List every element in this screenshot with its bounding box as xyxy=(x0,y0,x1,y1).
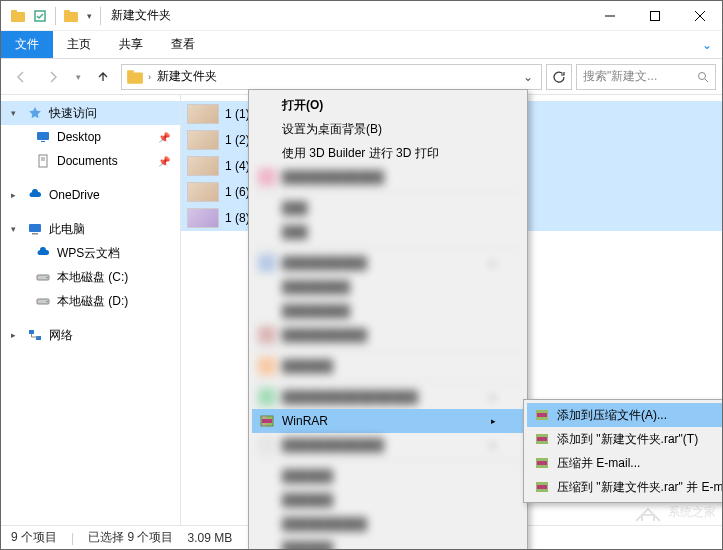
search-placeholder: 搜索"新建文... xyxy=(583,68,697,85)
menu-3d-builder[interactable]: 使用 3D Builder 进行 3D 打印 xyxy=(252,141,524,165)
sidebar-item-local-disk-c[interactable]: 本地磁盘 (C:) xyxy=(1,265,180,289)
chevron-down-icon[interactable]: ▾ xyxy=(11,108,21,118)
qat-dropdown-icon[interactable]: ▾ xyxy=(82,5,96,27)
address-dropdown-icon[interactable]: ⌄ xyxy=(519,70,537,84)
tab-view[interactable]: 查看 xyxy=(157,31,209,58)
menu-set-desktop-bg[interactable]: 设置为桌面背景(B) xyxy=(252,117,524,141)
folder-icon xyxy=(126,68,144,86)
onedrive-icon xyxy=(27,187,43,203)
ribbon-expand-icon[interactable]: ⌄ xyxy=(692,31,722,58)
qat-new-folder-icon[interactable] xyxy=(60,5,82,27)
chevron-right-icon[interactable]: ▸ xyxy=(11,190,21,200)
status-item-count: 9 个项目 xyxy=(11,529,57,546)
menu-winrar[interactable]: WinRAR ▸ xyxy=(252,409,524,433)
computer-icon xyxy=(27,221,43,237)
sidebar-item-label: WPS云文档 xyxy=(57,245,120,262)
svg-rect-36 xyxy=(537,461,547,465)
pin-icon: 📌 xyxy=(158,132,170,143)
svg-point-21 xyxy=(46,277,48,279)
navigation-pane: ▾ 快速访问 Desktop 📌 Documents 📌 ▸ OneDr xyxy=(1,95,181,525)
tab-home[interactable]: 主页 xyxy=(53,31,105,58)
submenu-add-to-named[interactable]: 添加到 "新建文件夹.rar"(T) xyxy=(527,427,723,451)
desktop-icon xyxy=(35,129,51,145)
refresh-button[interactable] xyxy=(546,64,572,90)
svg-point-23 xyxy=(46,301,48,303)
system-menu-icon[interactable] xyxy=(7,5,29,27)
maximize-button[interactable] xyxy=(632,1,677,31)
file-thumbnail xyxy=(187,156,219,176)
svg-rect-18 xyxy=(29,224,41,232)
svg-rect-1 xyxy=(11,10,17,14)
winrar-icon xyxy=(533,430,551,448)
pin-icon: 📌 xyxy=(158,156,170,167)
status-selected-count: 已选择 9 个项目 xyxy=(88,529,173,546)
sidebar-item-desktop[interactable]: Desktop 📌 xyxy=(1,125,180,149)
svg-rect-30 xyxy=(262,419,272,423)
submenu-add-to-archive[interactable]: 添加到压缩文件(A)... xyxy=(527,403,723,427)
winrar-submenu: 添加到压缩文件(A)... 添加到 "新建文件夹.rar"(T) 压缩并 E-m… xyxy=(523,399,723,503)
star-icon xyxy=(27,105,43,121)
ribbon-tabs: 文件 主页 共享 查看 ⌄ xyxy=(1,31,722,59)
menu-open[interactable]: 打开(O) xyxy=(252,93,524,117)
disk-icon xyxy=(35,293,51,309)
submenu-compress-email[interactable]: 压缩并 E-mail... xyxy=(527,451,723,475)
minimize-button[interactable] xyxy=(587,1,632,31)
network-icon xyxy=(27,327,43,343)
breadcrumb[interactable]: 新建文件夹 xyxy=(151,68,223,85)
tab-share[interactable]: 共享 xyxy=(105,31,157,58)
qat-properties-icon[interactable] xyxy=(29,5,51,27)
file-thumbnail xyxy=(187,208,219,228)
svg-rect-15 xyxy=(39,155,47,167)
nav-recent-dropdown[interactable]: ▾ xyxy=(71,63,85,91)
sidebar-item-documents[interactable]: Documents 📌 xyxy=(1,149,180,173)
svg-rect-24 xyxy=(29,330,34,334)
file-thumbnail xyxy=(187,104,219,124)
sidebar-item-wps-cloud[interactable]: WPS云文档 xyxy=(1,241,180,265)
sidebar-item-label: Desktop xyxy=(57,130,101,144)
winrar-icon xyxy=(258,412,276,430)
sidebar-item-label: 网络 xyxy=(49,327,73,344)
nav-back-button[interactable] xyxy=(7,63,35,91)
svg-rect-10 xyxy=(127,70,134,75)
disk-icon xyxy=(35,269,51,285)
sidebar-item-label: 快速访问 xyxy=(49,105,97,122)
svg-rect-6 xyxy=(650,11,659,20)
close-button[interactable] xyxy=(677,1,722,31)
sidebar-item-label: 本地磁盘 (D:) xyxy=(57,293,128,310)
sidebar-item-this-pc[interactable]: ▾ 此电脑 xyxy=(1,217,180,241)
sidebar-item-label: 此电脑 xyxy=(49,221,85,238)
sidebar-item-onedrive[interactable]: ▸ OneDrive xyxy=(1,183,180,207)
svg-rect-14 xyxy=(41,141,45,142)
file-thumbnail xyxy=(187,182,219,202)
watermark: 系统之家 xyxy=(634,501,716,523)
winrar-icon xyxy=(533,406,551,424)
address-input[interactable]: › 新建文件夹 ⌄ xyxy=(121,64,542,90)
search-icon xyxy=(697,71,709,83)
submenu-compress-to-email[interactable]: 压缩到 "新建文件夹.rar" 并 E-m xyxy=(527,475,723,499)
sidebar-item-quick-access[interactable]: ▾ 快速访问 xyxy=(1,101,180,125)
chevron-down-icon[interactable]: ▾ xyxy=(11,224,21,234)
svg-rect-19 xyxy=(32,233,38,235)
title-bar: ▾ 新建文件夹 xyxy=(1,1,722,31)
submenu-arrow-icon: ▸ xyxy=(491,416,496,426)
context-menu: 打开(O) 设置为桌面背景(B) 使用 3D Builder 进行 3D 打印 … xyxy=(248,89,528,550)
sidebar-item-label: 本地磁盘 (C:) xyxy=(57,269,128,286)
sidebar-item-network[interactable]: ▸ 网络 xyxy=(1,323,180,347)
cloud-icon xyxy=(35,245,51,261)
documents-icon xyxy=(35,153,51,169)
svg-rect-38 xyxy=(537,485,547,489)
sidebar-item-local-disk-d[interactable]: 本地磁盘 (D:) xyxy=(1,289,180,313)
tab-file[interactable]: 文件 xyxy=(1,31,53,58)
svg-rect-34 xyxy=(537,437,547,441)
svg-point-11 xyxy=(699,72,706,79)
search-input[interactable]: 搜索"新建文... xyxy=(576,64,716,90)
sidebar-item-label: Documents xyxy=(57,154,118,168)
chevron-right-icon[interactable]: ▸ xyxy=(11,330,21,340)
svg-rect-32 xyxy=(537,413,547,417)
winrar-icon xyxy=(533,478,551,496)
winrar-icon xyxy=(533,454,551,472)
nav-forward-button[interactable] xyxy=(39,63,67,91)
svg-rect-4 xyxy=(64,10,70,14)
svg-line-12 xyxy=(705,79,708,82)
nav-up-button[interactable] xyxy=(89,63,117,91)
